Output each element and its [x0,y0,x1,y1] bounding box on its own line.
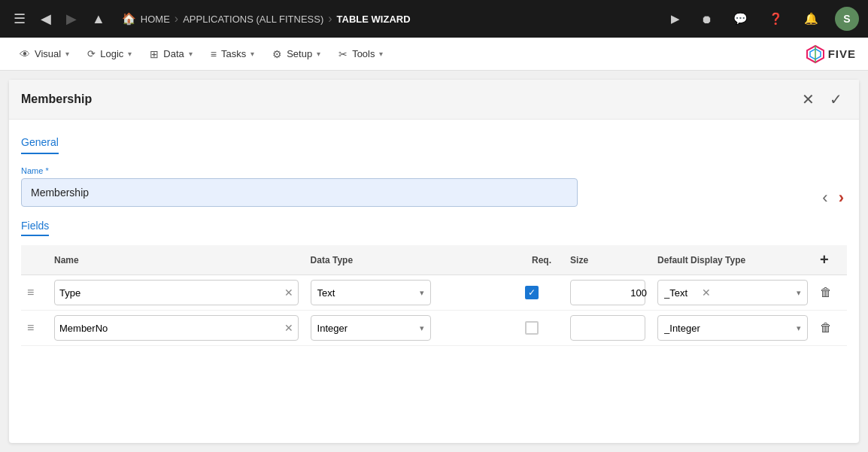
field-name-wrap-2: ✕ [54,315,299,341]
menu-setup[interactable]: ⚙ Setup ▾ [265,44,328,65]
menu-tools[interactable]: ✂ Tools ▾ [331,44,390,65]
field-datatype-cell-1: Text Integer Decimal Boolean Date ▾ [305,275,519,311]
field-size-wrap-2 [570,315,645,341]
field-name-input-1[interactable] [59,287,284,299]
field-datatype-wrap-1: Text Integer Decimal Boolean Date ▾ [311,280,431,305]
field-delete-button-1[interactable]: 🗑 [820,286,832,299]
field-size-cell-2 [564,311,651,346]
help-icon[interactable]: ❓ [764,9,788,29]
data-icon: ⊞ [150,48,159,60]
field-req-checkbox-2[interactable] [525,321,539,335]
tab-general[interactable]: General [21,132,59,154]
hamburger-menu-icon[interactable]: ☰ [9,8,30,30]
chat-icon[interactable]: 💬 [729,9,752,29]
th-drag [21,245,48,275]
wizard-prev-button[interactable]: ‹ [819,185,830,211]
display-chevron-icon-1: ▾ [797,288,801,298]
fields-table: Name Data Type Req. Size Default Display… [21,245,847,346]
th-name: Name [48,245,305,275]
field-delete-cell-1: 🗑 [814,275,847,311]
top-nav-right: ▶ ⏺ 💬 ❓ 🔔 S [666,7,859,31]
name-input[interactable] [21,178,578,207]
field-req-cell-2 [519,311,564,346]
field-name-clear-1[interactable]: ✕ [284,287,293,299]
wizard-nav: ‹ › [819,185,847,211]
display-chevron-icon-2: ▾ [797,323,801,333]
name-field-label: Name * [21,166,847,175]
visual-chevron-icon: ▾ [65,50,69,58]
field-display-cell-2: _Text _Integer _Decimal ▾ [651,311,814,346]
field-delete-cell-2: 🗑 [814,311,847,346]
card-header-actions: ✕ ✓ [797,89,847,110]
back-icon[interactable]: ◀ [36,8,56,30]
breadcrumb-wizard[interactable]: TABLE WIZARD [337,14,411,25]
forward-icon[interactable]: ▶ [62,8,81,30]
field-req-cell-1 [519,275,564,311]
tools-icon: ✂ [338,48,348,60]
th-add: + [814,245,847,275]
wizard-next-button[interactable]: › [836,185,847,211]
setup-chevron-icon: ▾ [317,50,320,58]
table-row: ≡ ✕ Text [21,275,847,311]
content-area: Membership ✕ ✓ General ‹ › Name * [0,71,868,452]
confirm-button[interactable]: ✓ [825,89,847,110]
logic-icon: ⟳ [87,48,96,59]
table-header-row: Name Data Type Req. Size Default Display… [21,245,847,275]
eye-icon: 👁 [20,48,30,60]
field-req-checkbox-1[interactable] [525,286,539,299]
add-field-button[interactable]: + [820,251,829,268]
menu-visual[interactable]: 👁 Visual ▾ [12,44,77,65]
breadcrumb-sep-1: › [175,12,178,26]
breadcrumb-home[interactable]: 🏠 HOME [122,12,170,26]
field-size-wrap-1: ✕ [570,280,645,305]
logic-chevron-icon: ▾ [128,50,132,58]
field-display-wrap-1: _Text _Integer _Decimal ▾ [657,280,808,305]
breadcrumb-sep-2: › [328,12,332,26]
field-display-select-1[interactable]: _Text _Integer _Decimal [664,287,797,299]
field-name-cell-2: ✕ [48,311,305,346]
menu-bar-left: 👁 Visual ▾ ⟳ Logic ▾ ⊞ Data ▾ ≡ Tasks ▾ … [12,44,390,65]
th-data-type: Data Type [305,245,519,275]
record-icon[interactable]: ⏺ [697,10,717,29]
th-size: Size [564,245,651,275]
field-datatype-select-2[interactable]: Text Integer Decimal Boolean Date [317,323,420,334]
field-name-wrap-1: ✕ [54,280,299,305]
th-default-display-type: Default Display Type [651,245,814,275]
drag-icon-2[interactable]: ≡ [27,321,34,334]
card-header: Membership ✕ ✓ [9,80,859,120]
up-icon[interactable]: ▲ [87,8,110,30]
datatype-chevron-icon-2: ▾ [420,323,424,333]
field-name-input-2[interactable] [59,323,284,334]
tasks-chevron-icon: ▾ [250,50,254,58]
field-datatype-wrap-2: Text Integer Decimal Boolean Date ▾ [311,315,431,341]
field-display-wrap-2: _Text _Integer _Decimal ▾ [657,315,808,341]
drag-icon-1[interactable]: ≡ [27,286,34,299]
tasks-icon: ≡ [211,48,217,60]
datatype-chevron-icon-1: ▾ [420,288,424,298]
field-display-select-2[interactable]: _Text _Integer _Decimal [664,323,797,334]
card-body: General ‹ › Name * Fields [9,120,859,443]
form-group-name: Name * [21,166,847,207]
breadcrumb: 🏠 HOME › APPLICATIONS (ALL FITNESS) › TA… [122,12,660,26]
menu-tasks[interactable]: ≡ Tasks ▾ [203,44,262,65]
field-delete-button-2[interactable]: 🗑 [820,321,832,335]
table-row: ≡ ✕ Text [21,311,847,346]
field-name-clear-2[interactable]: ✕ [284,322,293,334]
tools-chevron-icon: ▾ [379,50,383,58]
field-datatype-select-1[interactable]: Text Integer Decimal Boolean Date [317,287,420,299]
play-icon[interactable]: ▶ [666,9,684,29]
notification-icon[interactable]: 🔔 [800,9,823,29]
fields-section: Fields Name Data Type Req. Size Default … [21,219,847,431]
user-avatar[interactable]: S [835,7,859,31]
fields-section-label: Fields [21,220,49,236]
close-button[interactable]: ✕ [797,89,819,110]
menu-data[interactable]: ⊞ Data ▾ [142,44,199,65]
drag-handle-1: ≡ [21,275,48,311]
card: Membership ✕ ✓ General ‹ › Name * [9,80,859,443]
five-logo-icon [806,44,825,64]
breadcrumb-app[interactable]: APPLICATIONS (ALL FITNESS) [183,14,323,25]
five-logo: FIVE [806,44,856,64]
menu-logic[interactable]: ⟳ Logic ▾ [80,44,139,64]
drag-handle-2: ≡ [21,311,48,346]
field-display-cell-1: _Text _Integer _Decimal ▾ [651,275,814,311]
